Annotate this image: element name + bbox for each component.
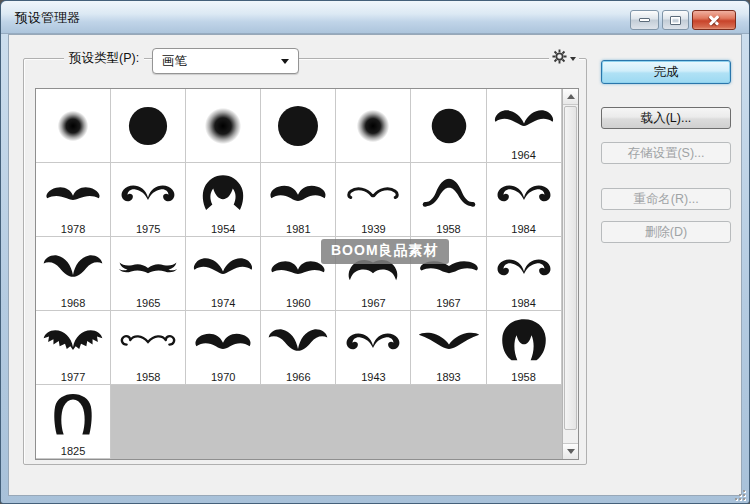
maximize-button[interactable] <box>662 10 689 30</box>
preset-label: 1893 <box>411 371 485 383</box>
watermark: BOOM良品素材 <box>321 239 449 264</box>
mustache-thin-curl-icon <box>341 173 405 213</box>
preset-cell[interactable]: 1958 <box>411 163 486 237</box>
arrow-up-icon <box>567 94 575 99</box>
preset-cell[interactable]: 1958 <box>111 311 186 385</box>
preset-cell[interactable]: 1958 <box>487 311 562 385</box>
preset-label: 1939 <box>336 223 410 235</box>
scrollbar-track[interactable] <box>563 105 578 443</box>
dialog-title: 预设管理器 <box>15 9 80 27</box>
chevron-down-icon <box>281 59 289 64</box>
preset-cell[interactable]: 1981 <box>261 163 336 237</box>
scrollbar-thumb[interactable] <box>564 106 577 430</box>
caption-buttons <box>630 10 736 30</box>
preset-label: 1954 <box>186 223 260 235</box>
mustache-wings-icon <box>41 247 105 287</box>
resize-grip-icon[interactable] <box>735 490 745 500</box>
preset-cell[interactable]: 1943 <box>336 311 411 385</box>
scrollbar[interactable] <box>562 89 578 459</box>
preset-label: 1958 <box>411 223 485 235</box>
preset-cell[interactable]: 1964 <box>487 89 562 163</box>
close-button[interactable] <box>692 10 736 30</box>
arrow-down-icon <box>567 449 575 454</box>
soft-round-icon <box>204 107 242 145</box>
preset-label: 1958 <box>111 371 185 383</box>
minimize-button[interactable] <box>630 10 659 30</box>
preset-cell[interactable] <box>336 89 411 163</box>
mustache-thick-icon <box>266 173 330 213</box>
soft-round-icon <box>356 109 390 143</box>
preset-cell[interactable] <box>36 89 111 163</box>
preset-label: 1967 <box>411 297 485 309</box>
preset-cell[interactable]: 1970 <box>186 311 261 385</box>
preset-label: 1964 <box>487 149 561 161</box>
hard-round-icon <box>430 107 468 145</box>
preset-label: 1975 <box>111 223 185 235</box>
done-button[interactable]: 完成 <box>601 60 731 84</box>
maximize-icon <box>670 16 681 25</box>
preset-cell[interactable]: 1939 <box>336 163 411 237</box>
hard-round-icon <box>127 105 169 147</box>
preset-type-label: 预设类型(P): <box>64 49 144 67</box>
scroll-up-button[interactable] <box>563 89 578 105</box>
preset-label: 1966 <box>261 371 335 383</box>
preset-cell[interactable] <box>411 89 486 163</box>
preset-cell[interactable]: 1978 <box>36 163 111 237</box>
mustache-curly-icon <box>492 173 556 213</box>
preset-cell[interactable]: 1966 <box>261 311 336 385</box>
preset-grid-frame: 1964197819751954198119391958198419681965… <box>35 88 579 460</box>
mustache-curly-icon <box>492 247 556 287</box>
preset-cell[interactable]: 1825 <box>36 385 111 459</box>
preset-label: 1960 <box>261 297 335 309</box>
preset-cell[interactable]: 1974 <box>186 237 261 311</box>
scroll-down-button[interactable] <box>563 443 578 459</box>
preset-cell[interactable]: 1984 <box>487 163 562 237</box>
preset-cell[interactable] <box>111 89 186 163</box>
preset-label: 1943 <box>336 371 410 383</box>
preset-manager-dialog: 预设管理器 预设类型(P): 画笔 1964197819751954198119… <box>0 0 750 504</box>
rename-button[interactable]: 重命名(R)... <box>601 188 731 210</box>
preset-label: 1970 <box>186 371 260 383</box>
preset-cell[interactable]: 1893 <box>411 311 486 385</box>
load-button[interactable]: 载入(L)... <box>601 107 731 129</box>
save-set-button[interactable]: 存储设置(S)... <box>601 142 731 164</box>
preset-label: 1974 <box>186 297 260 309</box>
titlebar[interactable]: 预设管理器 <box>1 1 749 34</box>
preset-cell[interactable]: 1965 <box>111 237 186 311</box>
hard-round-icon <box>276 104 320 148</box>
preset-cell[interactable] <box>261 89 336 163</box>
mustache-spiky-icon <box>116 247 180 287</box>
preset-grid: 1964197819751954198119391958198419681965… <box>36 89 562 459</box>
preset-type-value: 画笔 <box>162 54 187 68</box>
preset-label: 1984 <box>487 297 561 309</box>
mustache-walrus-icon <box>417 172 481 214</box>
mustache-wings-icon <box>266 321 330 361</box>
mustache-thick-icon <box>191 321 255 361</box>
preset-label: 1968 <box>36 297 110 309</box>
close-icon <box>707 14 721 26</box>
preset-label: 1965 <box>111 297 185 309</box>
preset-cell[interactable]: 1984 <box>487 237 562 311</box>
preset-menu-button[interactable] <box>549 45 579 67</box>
gear-icon <box>552 49 567 64</box>
mustache-layered-icon <box>41 321 105 361</box>
chevron-down-icon <box>570 57 576 61</box>
preset-label: 1978 <box>36 223 110 235</box>
preset-cell[interactable]: 1977 <box>36 311 111 385</box>
preset-label: 1984 <box>487 223 561 235</box>
hair-wig-icon <box>494 313 554 369</box>
preset-type-dropdown[interactable]: 画笔 <box>152 48 299 74</box>
preset-cell[interactable]: 1954 <box>186 163 261 237</box>
minimize-icon <box>639 18 650 22</box>
mustache-handlebar-icon <box>492 99 556 139</box>
preset-cell[interactable]: 1968 <box>36 237 111 311</box>
soft-round-icon <box>57 110 89 142</box>
delete-button[interactable]: 删除(D) <box>601 221 731 243</box>
mustache-pointed-icon <box>417 321 481 361</box>
preset-cell[interactable]: 1975 <box>111 163 186 237</box>
preset-cell[interactable] <box>186 89 261 163</box>
mustache-curly-icon <box>341 321 405 361</box>
preset-label: 1958 <box>487 371 561 383</box>
mustache-bushy-icon <box>191 168 255 218</box>
preset-label: 1967 <box>336 297 410 309</box>
